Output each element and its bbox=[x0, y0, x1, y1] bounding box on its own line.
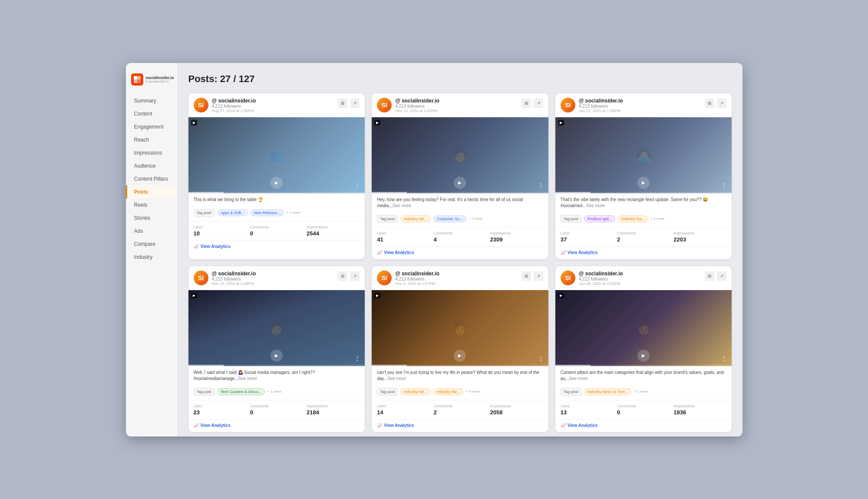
view-analytics-button-5[interactable]: 📈 View Analytics bbox=[377, 423, 543, 428]
post-avatar-5: SI bbox=[377, 271, 392, 285]
tag-release-1[interactable]: New Release... bbox=[251, 209, 284, 216]
bookmark-button-5[interactable]: ⊞ bbox=[521, 271, 531, 281]
post-stats-4: Likes 23 Comments 0 Impressions 2184 bbox=[188, 400, 365, 419]
tag-select-1[interactable]: Tag post bbox=[194, 209, 215, 217]
tag-customer-2[interactable]: Customer Su... bbox=[433, 215, 466, 222]
stat-likes-3: Likes 37 bbox=[561, 231, 614, 243]
analytics-icon-6: 📈 bbox=[561, 423, 566, 428]
post-account-info-2: @ socialinsider.io 4,213 followers Nov 1… bbox=[395, 98, 543, 113]
tag-industry-news-6[interactable]: Industry News & Tren... bbox=[584, 388, 632, 395]
stat-likes-1: Likes 10 bbox=[194, 225, 247, 237]
post-caption-2: Hey, how are you feeling today? For real… bbox=[372, 193, 548, 212]
post-account-info-1: @ socialinsider.io 4,213 followers Aug 2… bbox=[212, 98, 360, 113]
bookmark-button-3[interactable]: ⊞ bbox=[705, 99, 714, 108]
post-card-4: SI @ socialinsider.io 4,213 followers No… bbox=[188, 266, 365, 432]
bookmark-button-4[interactable]: ⊞ bbox=[338, 271, 347, 281]
post-account-name-1: @ socialinsider.io bbox=[212, 98, 360, 104]
stat-impressions-5: Impressions 2058 bbox=[490, 404, 543, 416]
video-badge-3: ▶ bbox=[558, 120, 564, 126]
analytics-icon-1: 📈 bbox=[194, 244, 199, 249]
see-more-2[interactable]: See more bbox=[393, 203, 411, 208]
view-analytics-button-1[interactable]: 📈 View Analytics bbox=[194, 244, 360, 249]
post-header-actions-6: ⊞ ↗ bbox=[705, 271, 726, 281]
tag-industry-2[interactable]: Industry Ne... bbox=[400, 215, 431, 222]
video-icon-6: ▶ bbox=[560, 294, 562, 297]
post-date-4: Nov 19, 2024 at 1:44PM bbox=[212, 281, 360, 286]
stat-impressions-3: Impressions 2203 bbox=[673, 231, 726, 243]
sidebar-item-summary[interactable]: Summary bbox=[126, 94, 178, 107]
post-account-info-5: @ socialinsider.io 4,213 followers Dec 3… bbox=[395, 271, 543, 286]
view-analytics-button-4[interactable]: 📈 View Analytics bbox=[194, 423, 360, 428]
post-tags-1: Tag post Apps & Soft... New Release... +… bbox=[188, 206, 365, 219]
play-button-6[interactable]: ▶ bbox=[637, 350, 650, 362]
post-date-6: Jan 28, 2025 at 2:00PM bbox=[579, 281, 727, 286]
sidebar-item-industry[interactable]: Industry bbox=[126, 251, 178, 264]
stat-comments-2: Comments 4 bbox=[433, 231, 486, 243]
more-button-4[interactable]: ⋮ bbox=[354, 355, 360, 362]
sidebar-item-impressions[interactable]: Impressions bbox=[126, 146, 178, 159]
sidebar-item-content[interactable]: Content bbox=[126, 107, 178, 120]
tag-industry-5a[interactable]: Industry Ne... bbox=[400, 388, 431, 395]
see-more-6[interactable]: See more bbox=[569, 376, 587, 381]
external-link-button-4[interactable]: ↗ bbox=[350, 271, 360, 281]
video-icon-4: ▶ bbox=[193, 294, 195, 297]
see-more-4[interactable]: See more bbox=[238, 376, 257, 381]
post-followers-2: 4,213 followers bbox=[395, 104, 543, 109]
more-button-1[interactable]: ⋮ bbox=[354, 182, 360, 189]
view-analytics-button-2[interactable]: 📈 View Analytics bbox=[377, 250, 543, 255]
sidebar-item-reels[interactable]: Reels bbox=[126, 198, 178, 211]
analytics-icon-4: 📈 bbox=[194, 423, 199, 428]
bookmark-button-1[interactable]: ⊞ bbox=[338, 99, 347, 108]
sidebar-item-compare[interactable]: Compare bbox=[126, 238, 178, 251]
sidebar-item-stories[interactable]: Stories bbox=[126, 211, 178, 225]
play-button-2[interactable]: ▶ bbox=[454, 177, 466, 189]
view-analytics-button-6[interactable]: 📈 View Analytics bbox=[561, 423, 727, 428]
tag-select-6[interactable]: Tag post bbox=[561, 388, 581, 396]
external-link-button-1[interactable]: ↗ bbox=[350, 99, 360, 108]
tag-select-2[interactable]: Tag post bbox=[377, 215, 398, 223]
external-link-button-6[interactable]: ↗ bbox=[717, 271, 726, 281]
more-button-6[interactable]: ⋮ bbox=[721, 355, 727, 362]
post-thumb-people-1: 👥 bbox=[269, 148, 284, 162]
more-button-3[interactable]: ⋮ bbox=[721, 182, 727, 189]
external-link-button-2[interactable]: ↗ bbox=[534, 99, 543, 108]
play-button-5[interactable]: ▶ bbox=[454, 350, 466, 362]
see-more-5[interactable]: See more bbox=[387, 376, 406, 381]
tag-apps-1[interactable]: Apps & Soft... bbox=[217, 209, 248, 216]
sidebar-item-posts[interactable]: Posts bbox=[126, 185, 178, 198]
tag-extra-6: + 1 more bbox=[634, 390, 648, 393]
sidebar-item-audience[interactable]: Audience bbox=[126, 159, 178, 172]
tag-select-3[interactable]: Tag post bbox=[561, 215, 581, 223]
more-button-2[interactable]: ⋮ bbox=[538, 182, 544, 189]
play-button-3[interactable]: ▶ bbox=[637, 177, 650, 189]
bookmark-button-6[interactable]: ⊞ bbox=[705, 271, 714, 281]
post-caption-5: can't you see I'm just trying to live my… bbox=[372, 366, 548, 385]
tag-industry-5b[interactable]: Industry Ne... bbox=[433, 388, 464, 395]
stat-likes-4: Likes 23 bbox=[194, 404, 247, 416]
video-badge-1: ▶ bbox=[191, 120, 197, 126]
sidebar-item-reach[interactable]: Reach bbox=[126, 133, 178, 146]
sidebar-item-content-pillars[interactable]: Content Pillars bbox=[126, 172, 178, 185]
tag-industry-3[interactable]: Industry Na... bbox=[618, 215, 648, 222]
external-link-button-3[interactable]: ↗ bbox=[717, 99, 726, 108]
see-more-3[interactable]: See more bbox=[586, 203, 605, 208]
post-stats-5: Likes 14 Comments 2 Impressions 2058 bbox=[372, 400, 548, 419]
more-button-5[interactable]: ⋮ bbox=[538, 355, 544, 362]
bookmark-button-2[interactable]: ⊞ bbox=[521, 99, 531, 108]
post-tags-2: Tag post Industry Ne... Customer Su... +… bbox=[372, 212, 548, 225]
play-button-1[interactable]: ▶ bbox=[271, 177, 283, 189]
sidebar-item-engagement[interactable]: Engagement bbox=[126, 120, 178, 133]
tag-tech-4[interactable]: Tech Careers & Discu... bbox=[217, 388, 265, 395]
post-header-actions-5: ⊞ ↗ bbox=[521, 271, 543, 281]
tag-product-3[interactable]: Product upd... bbox=[584, 215, 615, 222]
tag-select-4[interactable]: Tag post bbox=[194, 388, 215, 396]
tag-select-5[interactable]: Tag post bbox=[377, 388, 398, 396]
play-button-4[interactable]: ▶ bbox=[271, 350, 283, 362]
post-header-actions-4: ⊞ ↗ bbox=[338, 271, 360, 281]
view-analytics-button-3[interactable]: 📈 View Analytics bbox=[561, 250, 727, 255]
stat-impressions-2: Impressions 2309 bbox=[490, 231, 543, 243]
external-link-button-5[interactable]: ↗ bbox=[534, 271, 543, 281]
post-card-1: SI @ socialinsider.io 4,213 followers Au… bbox=[188, 93, 365, 259]
sidebar-item-ads[interactable]: Ads bbox=[126, 225, 178, 238]
video-badge-5: ▶ bbox=[374, 293, 380, 298]
